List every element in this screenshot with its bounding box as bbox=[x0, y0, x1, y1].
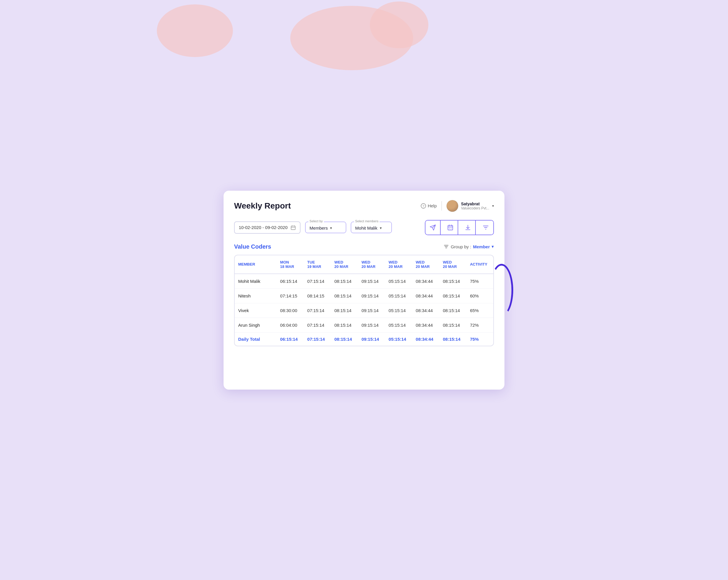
cell-tue19: 08:14:15 bbox=[304, 288, 331, 303]
cell-wed20d: 08:34:44 bbox=[412, 274, 440, 289]
group-by-label: Group by : bbox=[451, 244, 471, 249]
col-mon18-date: 18 MAR bbox=[280, 264, 300, 269]
section-header: Value Coders Group by : Member ▾ bbox=[234, 243, 494, 250]
daily-total-wed20e: 08:15:14 bbox=[439, 332, 466, 346]
cell-wed20a: 08:15:14 bbox=[331, 288, 358, 303]
cell-tue19: 07:15:14 bbox=[304, 303, 331, 318]
group-by-value: Member bbox=[473, 244, 490, 249]
group-by-control[interactable]: Group by : Member ▾ bbox=[444, 244, 494, 249]
cell-wed20c: 05:15:14 bbox=[385, 288, 412, 303]
col-wed20c: WED 20 MAR bbox=[385, 255, 412, 274]
filter-icon bbox=[483, 225, 489, 231]
main-card: Weekly Report ? Help Satyabrat Valuecode… bbox=[224, 191, 504, 390]
cell-member: Arun Singh bbox=[235, 318, 277, 332]
select-members-arrow: ▾ bbox=[380, 226, 382, 230]
select-members-dropdown[interactable]: Select members Mohit Malik ▾ bbox=[351, 222, 392, 233]
col-member: MEMBER bbox=[235, 255, 277, 274]
date-range-value: 10-02-2020 - 09-02-2020 bbox=[239, 225, 288, 230]
select-by-dropdown[interactable]: Select by Members ▾ bbox=[305, 222, 346, 233]
cell-member: Nitesh bbox=[235, 288, 277, 303]
svg-text:?: ? bbox=[422, 204, 424, 208]
download-icon bbox=[465, 225, 471, 231]
col-wed20d-day: WED bbox=[416, 260, 436, 264]
cell-activity: 60% bbox=[466, 288, 493, 303]
svg-rect-3 bbox=[448, 225, 453, 230]
col-wed20b-day: WED bbox=[361, 260, 382, 264]
user-menu[interactable]: Satyabrat Valuecoders Pvt... ▾ bbox=[446, 200, 494, 212]
col-activity-label: ACTIVITY bbox=[470, 262, 487, 266]
cell-activity: 72% bbox=[466, 318, 493, 332]
vertical-divider bbox=[442, 201, 442, 211]
col-wed20b: WED 20 MAR bbox=[358, 255, 385, 274]
cell-member: Vivek bbox=[235, 303, 277, 318]
col-wed20e-day: WED bbox=[443, 260, 463, 264]
user-name: Satyabrat bbox=[461, 202, 490, 206]
schedule-button[interactable] bbox=[443, 220, 458, 235]
filter-button[interactable] bbox=[478, 220, 493, 235]
group-by-arrow: ▾ bbox=[492, 244, 494, 249]
select-members-value[interactable]: Mohit Malik ▾ bbox=[355, 226, 387, 231]
arc-decoration bbox=[490, 264, 513, 316]
cell-wed20a: 08:15:14 bbox=[331, 274, 358, 289]
send-button[interactable] bbox=[425, 220, 441, 235]
col-wed20c-day: WED bbox=[389, 260, 409, 264]
date-range-input[interactable]: 10-02-2020 - 09-02-2020 bbox=[234, 221, 301, 234]
header-right: ? Help Satyabrat Valuecoders Pvt... ▾ bbox=[421, 200, 494, 212]
download-button[interactable] bbox=[461, 220, 476, 235]
daily-total-member: Daily Total bbox=[235, 332, 277, 346]
cell-tue19: 07:15:14 bbox=[304, 274, 331, 289]
cell-mon18: 07:14:15 bbox=[277, 288, 304, 303]
cell-wed20c: 05:15:14 bbox=[385, 274, 412, 289]
help-label: Help bbox=[428, 203, 437, 208]
cell-wed20e: 08:15:14 bbox=[439, 303, 466, 318]
select-by-label: Select by bbox=[308, 219, 324, 223]
daily-total-activity: 75% bbox=[466, 332, 493, 346]
help-icon: ? bbox=[421, 203, 426, 209]
col-mon18-day: MON bbox=[280, 260, 300, 264]
page-title: Weekly Report bbox=[234, 201, 291, 211]
cell-wed20c: 05:15:14 bbox=[385, 318, 412, 332]
cell-wed20e: 08:15:14 bbox=[439, 274, 466, 289]
col-wed20e-date: 20 MAR bbox=[443, 264, 463, 269]
user-text: Satyabrat Valuecoders Pvt... bbox=[461, 202, 490, 210]
cell-wed20b: 09:15:14 bbox=[358, 288, 385, 303]
select-by-arrow: ▾ bbox=[330, 226, 332, 230]
cell-mon18: 06:15:14 bbox=[277, 274, 304, 289]
table-row: Vivek08:30:0007:15:1408:15:1409:15:1405:… bbox=[235, 303, 493, 318]
cell-wed20e: 08:15:14 bbox=[439, 288, 466, 303]
table-row: Nitesh07:14:1508:14:1508:15:1409:15:1405… bbox=[235, 288, 493, 303]
cell-wed20b: 09:15:14 bbox=[358, 318, 385, 332]
cell-mon18: 08:30:00 bbox=[277, 303, 304, 318]
daily-total-wed20d: 08:34:44 bbox=[412, 332, 440, 346]
cell-activity: 75% bbox=[466, 274, 493, 289]
cell-wed20e: 08:15:14 bbox=[439, 318, 466, 332]
cell-mon18: 06:04:00 bbox=[277, 318, 304, 332]
filters-row: 10-02-2020 - 09-02-2020 Select by Member… bbox=[234, 220, 494, 235]
svg-rect-2 bbox=[291, 226, 295, 230]
cell-wed20d: 08:34:44 bbox=[412, 303, 440, 318]
table-header-row: MEMBER MON 18 MAR TUE 19 MAR WED 20 MAR bbox=[235, 255, 493, 274]
col-wed20a-date: 20 MAR bbox=[334, 264, 355, 269]
cell-wed20d: 08:34:44 bbox=[412, 288, 440, 303]
daily-total-wed20c: 05:15:14 bbox=[385, 332, 412, 346]
select-by-value[interactable]: Members ▾ bbox=[310, 226, 342, 231]
table-row: Arun Singh06:04:0007:15:1408:15:1409:15:… bbox=[235, 318, 493, 332]
user-org: Valuecoders Pvt... bbox=[461, 206, 490, 210]
header: Weekly Report ? Help Satyabrat Valuecode… bbox=[234, 200, 494, 212]
col-wed20a: WED 20 MAR bbox=[331, 255, 358, 274]
col-tue19-day: TUE bbox=[307, 260, 328, 264]
col-wed20a-day: WED bbox=[334, 260, 355, 264]
section-title: Value Coders bbox=[234, 243, 271, 250]
col-wed20b-date: 20 MAR bbox=[361, 264, 382, 269]
col-mon18: MON 18 MAR bbox=[277, 255, 304, 274]
daily-total-row: Daily Total06:15:1407:15:1408:15:1409:15… bbox=[235, 332, 493, 346]
cell-member: Mohit Malik bbox=[235, 274, 277, 289]
report-table: MEMBER MON 18 MAR TUE 19 MAR WED 20 MAR bbox=[235, 255, 493, 346]
cell-wed20a: 08:15:14 bbox=[331, 303, 358, 318]
help-link[interactable]: ? Help bbox=[421, 203, 437, 209]
col-wed20d-date: 20 MAR bbox=[416, 264, 436, 269]
cell-activity: 65% bbox=[466, 303, 493, 318]
daily-total-tue19: 07:15:14 bbox=[304, 332, 331, 346]
daily-total-mon18: 06:15:14 bbox=[277, 332, 304, 346]
cell-wed20b: 09:15:14 bbox=[358, 274, 385, 289]
